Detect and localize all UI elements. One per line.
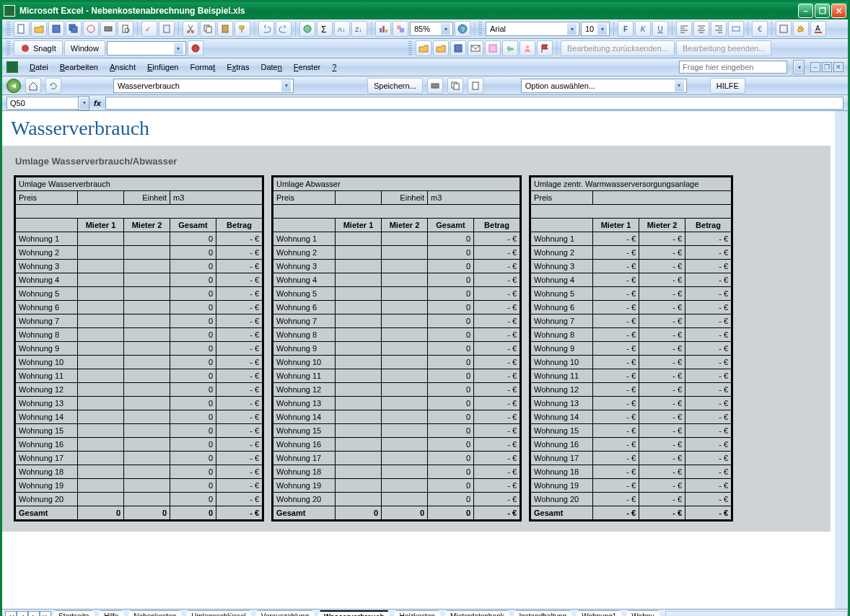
name-box-dd[interactable]: ▾ <box>78 96 89 110</box>
sheet-tab[interactable]: Hilfe <box>96 610 126 616</box>
cell-m1[interactable] <box>336 479 382 493</box>
cut-icon[interactable] <box>183 21 198 37</box>
formula-input[interactable] <box>105 97 844 110</box>
cell-m1[interactable] <box>336 493 382 506</box>
cell-m1[interactable] <box>336 287 382 301</box>
table-row[interactable]: Wohnung 100- € <box>16 356 263 369</box>
cell-m1[interactable] <box>336 301 382 314</box>
cell-m1[interactable] <box>336 232 382 246</box>
cell-m1[interactable] <box>336 397 382 410</box>
table-row[interactable]: Wohnung 11- €- €- € <box>531 369 732 383</box>
table-row[interactable]: Wohnung 18- €- €- € <box>531 465 732 479</box>
sheet-tab[interactable]: Heizkosten <box>392 610 443 616</box>
table-row[interactable]: Wohnung 90- € <box>16 342 263 356</box>
option-combo[interactable]: Option auswählen...▾ <box>521 79 687 93</box>
table-row[interactable]: Wohnung 140- € <box>16 410 263 424</box>
table-row[interactable]: Wohnung 10- €- €- € <box>531 356 732 369</box>
table-row[interactable]: Wohnung 40- € <box>273 273 520 287</box>
table-row[interactable]: Wohnung 20- €- €- € <box>531 493 732 506</box>
doc-restore-button[interactable]: ❐ <box>822 62 832 72</box>
table-row[interactable]: Wohnung 190- € <box>273 479 520 493</box>
table-row[interactable]: Wohnung 70- € <box>16 314 263 328</box>
name-box[interactable]: Q50 <box>6 97 79 110</box>
tab-nav-first[interactable]: ◂◂ <box>5 611 17 617</box>
menu-window[interactable]: Fenster <box>288 61 326 74</box>
table-row[interactable]: Wohnung 16- €- €- € <box>531 438 732 452</box>
zoom-combo[interactable]: 85%▾ <box>410 22 453 36</box>
cell-m2[interactable] <box>382 260 428 273</box>
sheet-tab[interactable]: Mieterdatenbank <box>442 610 512 616</box>
cell-m2[interactable] <box>382 424 428 438</box>
help-icon[interactable]: ? <box>455 21 470 37</box>
table-row[interactable]: Wohnung 6- €- €- € <box>531 301 732 314</box>
cell-m1[interactable] <box>78 246 124 260</box>
table-row[interactable]: Wohnung 8- €- €- € <box>531 328 732 342</box>
spellcheck-icon[interactable]: ✓ <box>141 21 157 37</box>
cell-m1[interactable] <box>336 328 382 342</box>
cell-m2[interactable] <box>382 287 428 301</box>
table-row[interactable]: Wohnung 190- € <box>16 479 263 493</box>
table-row[interactable]: Wohnung 90- € <box>273 342 520 356</box>
table-row[interactable]: Wohnung 140- € <box>273 410 520 424</box>
cell-m2[interactable] <box>382 246 428 260</box>
bold-icon[interactable]: F <box>618 21 634 37</box>
sheet-tab[interactable]: Instandhaltung <box>512 610 575 616</box>
fill-color-icon[interactable] <box>793 21 809 37</box>
sort-asc-icon[interactable]: A↓ <box>334 21 350 37</box>
cell-m2[interactable] <box>124 424 170 438</box>
table-row[interactable]: Wohnung 70- € <box>273 314 520 328</box>
cell-m1[interactable] <box>78 356 124 369</box>
nav-home-icon[interactable] <box>25 78 41 94</box>
snagit-window-combo[interactable]: ▾ <box>107 41 186 56</box>
cell-m2[interactable] <box>124 260 170 273</box>
chart-wizard-icon[interactable] <box>375 21 391 37</box>
drawing-icon[interactable] <box>393 21 408 37</box>
help-search-input[interactable] <box>679 61 787 74</box>
snagit-window-button[interactable]: Window <box>64 40 105 56</box>
table-row[interactable]: Wohnung 50- € <box>273 287 520 301</box>
cell-m1[interactable] <box>336 438 382 452</box>
table-row[interactable]: Wohnung 60- € <box>273 301 520 314</box>
save-as-button[interactable]: Speichern... <box>367 78 423 94</box>
table-row[interactable]: Wohnung 20- € <box>16 246 263 260</box>
cell-m1[interactable] <box>336 465 382 479</box>
sheet-tab[interactable]: Startseite <box>51 610 97 616</box>
new-file-icon[interactable] <box>14 21 30 37</box>
tab-nav-prev[interactable]: ◂ <box>17 611 28 617</box>
cell-m2[interactable] <box>382 493 428 506</box>
new-folder-icon[interactable] <box>416 40 431 56</box>
table-row[interactable]: Wohnung 130- € <box>16 397 263 410</box>
nav-page-combo[interactable]: Wasserverbrauch▾ <box>113 79 294 93</box>
table-row[interactable]: Wohnung 110- € <box>273 369 520 383</box>
cell-m2[interactable] <box>382 356 428 369</box>
table-row[interactable]: Wohnung 80- € <box>16 328 263 342</box>
cell-m1[interactable] <box>336 410 382 424</box>
menu-format[interactable]: Format <box>184 61 221 74</box>
cell-m2[interactable] <box>124 328 170 342</box>
cell-m2[interactable] <box>124 232 170 246</box>
cell-m1[interactable] <box>78 452 124 465</box>
menu-extras[interactable]: Extras <box>221 61 255 74</box>
table-row[interactable]: Wohnung 14- €- €- € <box>531 410 732 424</box>
cell-m1[interactable] <box>336 260 382 273</box>
cell-m1[interactable] <box>78 424 124 438</box>
maximize-button[interactable]: ❐ <box>815 4 830 18</box>
permission-icon[interactable] <box>83 21 99 37</box>
return-edit-button[interactable]: Bearbeitung zurücksenden... <box>561 40 675 56</box>
save-doc-icon[interactable] <box>450 40 466 56</box>
menu-insert[interactable]: Einfügen <box>141 61 184 74</box>
menu-file[interactable]: Datei <box>24 61 54 74</box>
unit-cell[interactable]: m3 <box>170 191 263 205</box>
sort-desc-icon[interactable]: Z↓ <box>351 21 367 37</box>
cell-m2[interactable] <box>382 452 428 465</box>
cell-m2[interactable] <box>124 301 170 314</box>
close-button[interactable]: ✕ <box>831 4 846 18</box>
autosum-icon[interactable]: Σ <box>317 21 333 37</box>
tab-nav-next[interactable]: ▸ <box>28 611 40 617</box>
currency-icon[interactable]: € <box>752 21 768 37</box>
cell-m2[interactable] <box>382 273 428 287</box>
cell-m2[interactable] <box>382 410 428 424</box>
horizontal-scrollbar[interactable] <box>665 611 848 617</box>
toolbar-grip[interactable] <box>408 41 412 56</box>
undo-icon[interactable] <box>258 21 274 37</box>
